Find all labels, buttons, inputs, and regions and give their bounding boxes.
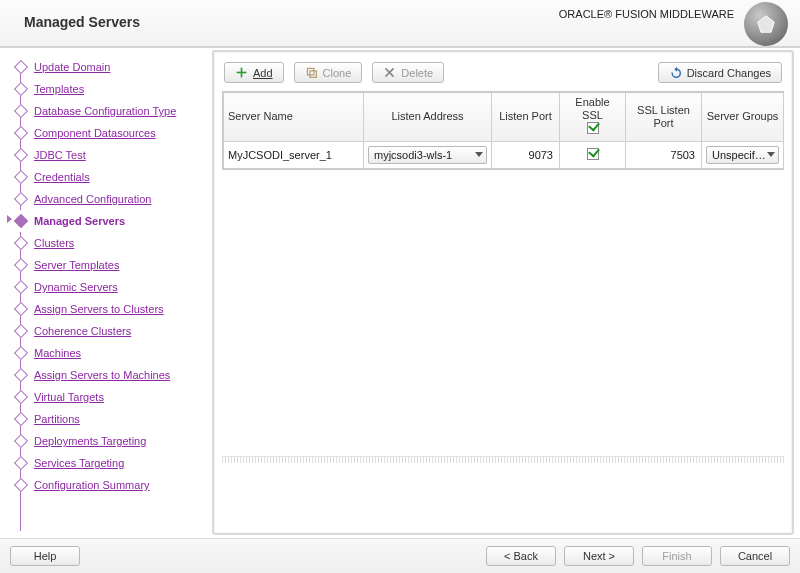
delete-button-label: Delete (401, 67, 433, 79)
page-title: Managed Servers (24, 14, 140, 30)
back-button[interactable]: < Back (486, 546, 556, 566)
cell-listen-address[interactable]: myjcsodi3-wls-1 (364, 141, 492, 168)
brand-logo-icon (744, 2, 788, 46)
cell-server-name[interactable]: MyJCSODI_server_1 (224, 141, 364, 168)
listen-address-select[interactable]: myjcsodi3-wls-1 (368, 146, 487, 164)
wizard-step-link[interactable]: JDBC Test (34, 149, 86, 161)
toolbar: Add Clone Delete Discard Changes (214, 52, 792, 91)
svg-rect-2 (237, 72, 247, 74)
wizard-step[interactable]: Server Templates (6, 254, 211, 276)
clone-icon (305, 66, 318, 79)
wizard-step-link[interactable]: Advanced Configuration (34, 193, 151, 205)
brand-oracle: ORACLE (559, 8, 604, 20)
main-panel: Add Clone Delete Discard Changes (212, 50, 794, 535)
listen-address-value: myjcsodi3-wls-1 (374, 149, 452, 161)
undo-icon (669, 66, 682, 79)
wizard-footer: Help < Back Next > Finish Cancel (0, 538, 800, 573)
discard-changes-label: Discard Changes (687, 67, 771, 79)
server-groups-value: Unspecified (712, 149, 767, 161)
svg-marker-0 (758, 16, 775, 33)
wizard-step-link[interactable]: Clusters (34, 237, 74, 249)
svg-marker-7 (674, 67, 677, 72)
col-enable-ssl-label: Enable SSL (564, 96, 621, 122)
wizard-step[interactable]: Partitions (6, 408, 211, 430)
enable-ssl-checkbox[interactable] (587, 148, 599, 160)
next-button[interactable]: Next > (564, 546, 634, 566)
header: Managed Servers ORACLE® FUSION MIDDLEWAR… (0, 0, 800, 48)
wizard-step-link[interactable]: Dynamic Servers (34, 281, 118, 293)
wizard-step[interactable]: Component Datasources (6, 122, 211, 144)
wizard-step-link[interactable]: Coherence Clusters (34, 325, 131, 337)
col-server-name[interactable]: Server Name (224, 93, 364, 142)
wizard-step[interactable]: Credentials (6, 166, 211, 188)
wizard-step[interactable]: Configuration Summary (6, 474, 211, 496)
discard-changes-button[interactable]: Discard Changes (658, 62, 782, 83)
wizard-step[interactable]: Services Targeting (6, 452, 211, 474)
wizard-step-link[interactable]: Credentials (34, 171, 90, 183)
wizard-step[interactable]: Templates (6, 78, 211, 100)
wizard-step-link[interactable]: Services Targeting (34, 457, 124, 469)
wizard-step[interactable]: Advanced Configuration (6, 188, 211, 210)
wizard-step[interactable]: Dynamic Servers (6, 276, 211, 298)
server-groups-select[interactable]: Unspecified (706, 146, 779, 164)
cancel-button[interactable]: Cancel (720, 546, 790, 566)
col-server-groups[interactable]: Server Groups (702, 93, 784, 142)
table-header-row: Server Name Listen Address Listen Port E… (224, 93, 784, 142)
wizard-step[interactable]: Clusters (6, 232, 211, 254)
chevron-down-icon (475, 152, 483, 157)
cell-enable-ssl[interactable] (560, 141, 626, 168)
wizard-step-link[interactable]: Virtual Targets (34, 391, 104, 403)
wizard-step-link[interactable]: Templates (34, 83, 84, 95)
brand-registered: ® (604, 8, 612, 20)
col-listen-port[interactable]: Listen Port (492, 93, 560, 142)
brand: ORACLE® FUSION MIDDLEWARE (559, 8, 734, 20)
wizard-step[interactable]: Machines (6, 342, 211, 364)
wizard-step-link[interactable]: Managed Servers (34, 215, 125, 227)
enable-ssl-header-checkbox[interactable] (587, 122, 599, 134)
wizard-step-link[interactable]: Database Configuration Type (34, 105, 176, 117)
col-ssl-listen-port[interactable]: SSL Listen Port (626, 93, 702, 142)
wizard-step[interactable]: Update Domain (6, 56, 211, 78)
clone-button[interactable]: Clone (294, 62, 363, 83)
wizard-step[interactable]: JDBC Test (6, 144, 211, 166)
panel-splitter[interactable] (222, 456, 784, 463)
wizard-step[interactable]: Virtual Targets (6, 386, 211, 408)
help-button[interactable]: Help (10, 546, 80, 566)
svg-rect-4 (309, 71, 316, 78)
wizard-step-link[interactable]: Assign Servers to Clusters (34, 303, 164, 315)
wizard-step-link[interactable]: Component Datasources (34, 127, 156, 139)
arrow-right-icon (7, 215, 12, 223)
col-listen-address[interactable]: Listen Address (364, 93, 492, 142)
wizard-step-link[interactable]: Partitions (34, 413, 80, 425)
wizard-step[interactable]: Database Configuration Type (6, 100, 211, 122)
brand-sub: FUSION MIDDLEWARE (615, 8, 734, 20)
wizard-step-link[interactable]: Configuration Summary (34, 479, 150, 491)
wizard-step-list: Update DomainTemplatesDatabase Configura… (6, 50, 211, 496)
wizard-step[interactable]: Assign Servers to Clusters (6, 298, 211, 320)
wizard-step-link[interactable]: Assign Servers to Machines (34, 369, 170, 381)
wizard-step[interactable]: Assign Servers to Machines (6, 364, 211, 386)
wizard-step-link[interactable]: Server Templates (34, 259, 119, 271)
wizard-step[interactable]: Coherence Clusters (6, 320, 211, 342)
col-enable-ssl[interactable]: Enable SSL (560, 93, 626, 142)
cell-ssl-listen-port[interactable]: 7503 (626, 141, 702, 168)
chevron-down-icon (767, 152, 775, 157)
plus-icon (235, 66, 248, 79)
delete-icon (383, 66, 396, 79)
wizard-step-link[interactable]: Machines (34, 347, 81, 359)
delete-button[interactable]: Delete (372, 62, 444, 83)
wizard-step[interactable]: Deployments Targeting (6, 430, 211, 452)
cell-server-groups[interactable]: Unspecified (702, 141, 784, 168)
wizard-step-link[interactable]: Deployments Targeting (34, 435, 146, 447)
servers-table-wrap: Server Name Listen Address Listen Port E… (222, 91, 784, 170)
cell-listen-port[interactable]: 9073 (492, 141, 560, 168)
table-row[interactable]: MyJCSODI_server_1 myjcsodi3-wls-1 9073 7… (224, 141, 784, 168)
wizard-step-link[interactable]: Update Domain (34, 61, 110, 73)
add-button[interactable]: Add (224, 62, 284, 83)
finish-button[interactable]: Finish (642, 546, 712, 566)
clone-button-label: Clone (323, 67, 352, 79)
wizard-sidebar: Update DomainTemplatesDatabase Configura… (6, 50, 211, 535)
add-button-label: Add (253, 67, 273, 79)
wizard-step[interactable]: Managed Servers (6, 210, 211, 232)
servers-table: Server Name Listen Address Listen Port E… (223, 92, 784, 169)
